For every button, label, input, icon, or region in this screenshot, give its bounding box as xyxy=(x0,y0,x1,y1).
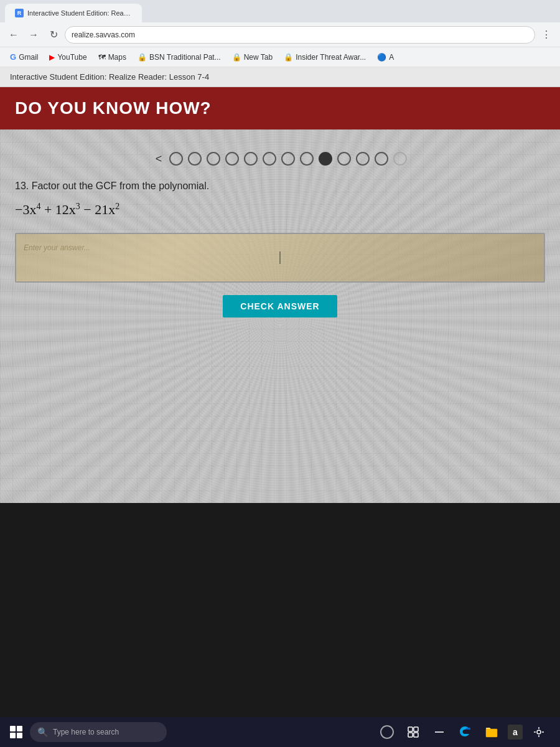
youtube-icon: ▶ xyxy=(49,53,55,62)
polynomial-expression: −3x4 + 12x3 − 21x2 xyxy=(15,202,545,218)
svg-rect-0 xyxy=(408,727,413,731)
insider-icon: 🔒 xyxy=(284,53,293,62)
minimize-icon xyxy=(433,726,446,738)
browser-toolbar: ← → ↻ realize.savvas.com ⋮ xyxy=(0,22,560,47)
nav-prev-arrow[interactable]: < xyxy=(153,153,165,166)
nav-dot-10[interactable] xyxy=(337,152,351,166)
win-logo-br xyxy=(17,733,22,738)
taskbar-search-bar[interactable]: 🔍 Type here to search xyxy=(30,722,167,742)
windows-logo xyxy=(10,726,22,738)
nav-dot-12[interactable] xyxy=(375,152,388,166)
bookmark-insider-label: Insider Threat Awar... xyxy=(296,53,366,62)
forward-button[interactable]: → xyxy=(25,26,42,44)
bsn-icon: 🔒 xyxy=(138,53,147,62)
nav-dot-8[interactable] xyxy=(300,152,314,166)
start-button[interactable] xyxy=(5,721,27,743)
bookmark-maps-label: Maps xyxy=(108,53,126,62)
svg-rect-1 xyxy=(414,727,418,731)
bookmark-a[interactable]: 🔵 A xyxy=(372,50,399,64)
tab-favicon: R xyxy=(15,9,24,17)
taskbar-edge[interactable] xyxy=(454,721,477,743)
do-you-know-banner: DO YOU KNOW HOW? xyxy=(0,87,560,129)
answer-placeholder-text: Enter your answer... xyxy=(24,243,90,252)
bookmark-newtab[interactable]: 🔒 New Tab xyxy=(227,50,278,64)
taskbar-letter-a[interactable]: a xyxy=(506,723,524,741)
bookmark-bsn[interactable]: 🔒 BSN Traditional Pat... xyxy=(133,50,226,64)
bookmark-youtube-label: YouTube xyxy=(57,53,86,62)
nav-dot-7[interactable] xyxy=(281,152,295,166)
bookmark-newtab-label: New Tab xyxy=(244,53,273,62)
nav-dot-3[interactable] xyxy=(207,152,220,166)
subtitle-text: Interactive Student Edition: Realize Rea… xyxy=(10,72,209,82)
bookmark-youtube[interactable]: ▶ YouTube xyxy=(44,50,91,64)
nav-dot-13[interactable] xyxy=(393,152,407,166)
nav-dot-1[interactable] xyxy=(169,152,183,166)
taskbar-extra[interactable] xyxy=(528,721,550,743)
taskbar-task-view[interactable] xyxy=(402,721,424,743)
windows-taskbar: 🔍 Type here to search xyxy=(0,717,560,747)
edge-icon xyxy=(459,725,472,739)
nav-dot-5[interactable] xyxy=(244,152,258,166)
bookmark-bsn-label: BSN Traditional Pat... xyxy=(149,53,221,62)
letter-a-icon: a xyxy=(508,725,523,740)
check-answer-button[interactable]: CHECK ANSWER xyxy=(223,295,337,317)
extra-icon xyxy=(533,726,545,738)
taskbar-cortana[interactable] xyxy=(376,721,398,743)
browser-window: R Interactive Student Edition: Realize R… xyxy=(0,0,560,503)
svg-rect-3 xyxy=(414,733,418,737)
back-button[interactable]: ← xyxy=(5,26,22,44)
question-content: < 13. Factor out the GCF from xyxy=(15,142,545,317)
answer-input-area[interactable]: Enter your answer... xyxy=(15,233,545,283)
url-text: realize.savvas.com xyxy=(72,31,135,39)
content-area: Interactive Student Edition: Realize Rea… xyxy=(0,67,560,503)
taskbar-minimize[interactable] xyxy=(428,721,450,743)
bookmark-gmail[interactable]: G Gmail xyxy=(5,50,43,64)
bookmark-a-icon: 🔵 xyxy=(377,53,386,62)
taskbar-search-placeholder: Type here to search xyxy=(53,728,119,736)
active-tab[interactable]: R Interactive Student Edition: Realize R… xyxy=(5,4,142,22)
taskbar-system-icons: a xyxy=(371,721,555,743)
nav-dots: < xyxy=(15,142,545,181)
newtab-icon: 🔒 xyxy=(232,53,241,62)
gmail-icon: G xyxy=(10,52,16,62)
bookmarks-bar: G Gmail ▶ YouTube 🗺 Maps 🔒 BSN Tradition… xyxy=(0,47,560,67)
page-subtitle: Interactive Student Edition: Realize Rea… xyxy=(0,67,560,87)
refresh-button[interactable]: ↻ xyxy=(45,26,62,44)
answer-cursor xyxy=(280,251,281,264)
bookmark-insider[interactable]: 🔒 Insider Threat Awar... xyxy=(279,50,371,64)
check-answer-container: CHECK ANSWER xyxy=(15,295,545,317)
win-logo-tl xyxy=(10,726,16,731)
svg-point-6 xyxy=(537,730,541,734)
cortana-circle xyxy=(380,725,394,739)
extensions-button[interactable]: ⋮ xyxy=(538,26,555,44)
svg-rect-4 xyxy=(435,731,444,733)
bookmark-a-label: A xyxy=(389,53,394,62)
taskbar-search-icon: 🔍 xyxy=(37,727,48,737)
maps-icon: 🗺 xyxy=(98,53,106,62)
address-bar[interactable]: realize.savvas.com xyxy=(65,26,535,44)
question-container: < 13. Factor out the GCF from xyxy=(0,129,560,503)
file-explorer-icon xyxy=(485,725,498,739)
banner-text: DO YOU KNOW HOW? xyxy=(15,98,212,118)
question-text: 13. Factor out the GCF from the polynomi… xyxy=(15,181,545,192)
bookmark-maps[interactable]: 🗺 Maps xyxy=(93,50,131,64)
svg-rect-5 xyxy=(486,729,497,737)
bookmark-gmail-label: Gmail xyxy=(19,53,38,62)
tab-label: Interactive Student Edition: Realize Rea… xyxy=(27,9,132,17)
win-logo-bl xyxy=(10,733,16,738)
nav-dot-11[interactable] xyxy=(356,152,370,166)
taskbar-file-explorer[interactable] xyxy=(480,721,503,743)
tab-bar: R Interactive Student Edition: Realize R… xyxy=(0,0,560,22)
win-logo-tr xyxy=(17,726,22,731)
svg-rect-2 xyxy=(408,733,413,737)
nav-dot-4[interactable] xyxy=(225,152,239,166)
nav-dot-9[interactable] xyxy=(319,152,332,166)
task-view-icon xyxy=(407,726,419,738)
nav-dot-2[interactable] xyxy=(188,152,202,166)
nav-dot-6[interactable] xyxy=(263,152,276,166)
